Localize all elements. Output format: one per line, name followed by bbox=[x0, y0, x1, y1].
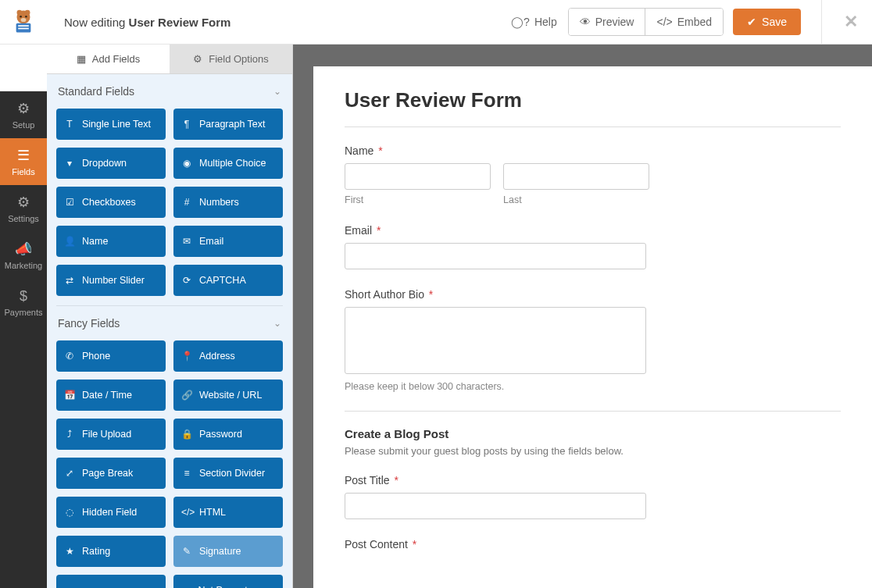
field-type-checkboxes[interactable]: ☑Checkboxes bbox=[56, 187, 166, 218]
email-input[interactable] bbox=[345, 243, 646, 269]
dropdown-icon: ▾ bbox=[64, 158, 75, 169]
preview-embed-group: 👁 Preview </> Embed bbox=[568, 8, 724, 36]
section-standard-fields[interactable]: Standard Fields ⌄ bbox=[56, 74, 283, 105]
field-type-file-upload[interactable]: ⤴File Upload bbox=[56, 419, 166, 450]
field-type-captcha[interactable]: ⟳CAPTCHA bbox=[173, 265, 283, 296]
field-type-name[interactable]: 👤Name bbox=[56, 226, 166, 257]
check-icon: ✔ bbox=[747, 16, 756, 28]
nav-blank bbox=[0, 45, 47, 91]
preview-button[interactable]: 👁 Preview bbox=[569, 9, 645, 35]
field-type-html[interactable]: </>HTML bbox=[173, 497, 283, 528]
nav-fields[interactable]: ☰Fields bbox=[0, 138, 47, 185]
date-time-icon: 📅 bbox=[64, 390, 75, 401]
single-line-text-icon: T bbox=[64, 119, 75, 130]
file-upload-icon: ⤴ bbox=[64, 429, 75, 440]
nav-payments[interactable]: $Payments bbox=[0, 279, 47, 326]
tab-field-options[interactable]: ⚙ Field Options bbox=[170, 45, 292, 73]
field-email[interactable]: Email * bbox=[345, 224, 841, 269]
svg-rect-7 bbox=[18, 25, 29, 27]
embed-button[interactable]: </> Embed bbox=[645, 9, 723, 35]
field-type-signature[interactable]: ✎Signature bbox=[173, 536, 283, 567]
number-slider-icon: ⇄ bbox=[64, 275, 75, 286]
name-first-input[interactable] bbox=[345, 163, 491, 190]
field-type-date-time[interactable]: 📅Date / Time bbox=[56, 380, 166, 411]
field-type-likert-scale[interactable]: ☷Likert Scale bbox=[56, 575, 166, 588]
logo bbox=[0, 0, 47, 45]
grid-icon: ▦ bbox=[77, 53, 86, 65]
svg-point-1 bbox=[17, 10, 23, 16]
section-fancy-fields[interactable]: Fancy Fields ⌄ bbox=[56, 306, 283, 337]
rating-icon: ★ bbox=[64, 546, 75, 557]
html-icon: </> bbox=[181, 507, 192, 518]
chevron-down-icon: ⌄ bbox=[273, 86, 281, 97]
svg-point-3 bbox=[20, 16, 22, 18]
name-last-input[interactable] bbox=[503, 163, 649, 190]
field-post-title[interactable]: Post Title * bbox=[345, 474, 841, 519]
field-type-email[interactable]: ✉Email bbox=[173, 226, 283, 257]
svg-point-5 bbox=[21, 18, 27, 22]
save-button[interactable]: ✔ Save bbox=[733, 9, 801, 35]
paragraph-text-icon: ¶ bbox=[181, 119, 192, 130]
chevron-down-icon: ⌄ bbox=[273, 318, 281, 329]
icon-nav: ⚙Setup ☰Fields ⚙Settings 📣Marketing $Pay… bbox=[0, 45, 47, 588]
nav-setup[interactable]: ⚙Setup bbox=[0, 91, 47, 138]
field-type-single-line-text[interactable]: TSingle Line Text bbox=[56, 109, 166, 140]
fields-panel: ▦ Add Fields ⚙ Field Options Standard Fi… bbox=[47, 45, 293, 588]
field-type-rating[interactable]: ★Rating bbox=[56, 536, 166, 567]
hidden-field-icon: ◌ bbox=[64, 507, 75, 518]
address-icon: 📍 bbox=[181, 351, 192, 362]
checkboxes-icon: ☑ bbox=[64, 197, 75, 208]
field-type-page-break[interactable]: ⤢Page Break bbox=[56, 458, 166, 489]
captcha-icon: ⟳ bbox=[181, 275, 192, 286]
field-name[interactable]: Name * First Last bbox=[345, 144, 841, 205]
field-type-number-slider[interactable]: ⇄Number Slider bbox=[56, 265, 166, 296]
code-icon: </> bbox=[656, 16, 672, 28]
website-url-icon: 🔗 bbox=[181, 390, 192, 401]
field-short-author-bio[interactable]: Short Author Bio * Please keep it below … bbox=[345, 288, 841, 392]
section-desc: Please submit your guest blog posts by u… bbox=[345, 445, 841, 457]
help-icon: ◯? bbox=[511, 16, 530, 28]
field-type-paragraph-text[interactable]: ¶Paragraph Text bbox=[173, 109, 283, 140]
svg-rect-8 bbox=[18, 28, 29, 30]
nav-settings[interactable]: ⚙Settings bbox=[0, 185, 47, 232]
svg-point-2 bbox=[25, 10, 30, 16]
sublabel-first: First bbox=[345, 194, 491, 205]
field-type-net-promoter-score[interactable]: ☺Net Promoter Score bbox=[173, 575, 283, 588]
post-title-input[interactable] bbox=[345, 493, 646, 519]
field-post-content[interactable]: Post Content * bbox=[345, 538, 841, 551]
sublabel-last: Last bbox=[503, 194, 649, 205]
help-link[interactable]: ◯? Help bbox=[511, 16, 557, 28]
svg-point-4 bbox=[25, 16, 27, 18]
nav-marketing[interactable]: 📣Marketing bbox=[0, 232, 47, 279]
megaphone-icon: 📣 bbox=[15, 241, 32, 258]
page-break-icon: ⤢ bbox=[64, 468, 75, 479]
multiple-choice-icon: ◉ bbox=[181, 158, 192, 169]
phone-icon: ✆ bbox=[64, 351, 75, 362]
signature-icon: ✎ bbox=[181, 546, 192, 557]
dollar-icon: $ bbox=[20, 288, 27, 305]
field-type-website-url[interactable]: 🔗Website / URL bbox=[173, 380, 283, 411]
section-title: Create a Blog Post bbox=[345, 427, 841, 440]
close-icon[interactable]: ✕ bbox=[844, 12, 858, 32]
list-icon: ☰ bbox=[17, 147, 30, 164]
field-type-dropdown[interactable]: ▾Dropdown bbox=[56, 148, 166, 179]
field-type-phone[interactable]: ✆Phone bbox=[56, 340, 166, 372]
bio-textarea[interactable] bbox=[345, 307, 646, 374]
password-icon: 🔒 bbox=[181, 429, 192, 440]
field-type-numbers[interactable]: #Numbers bbox=[173, 187, 283, 218]
form-canvas[interactable]: User Review Form Name * First Last bbox=[313, 66, 872, 588]
field-type-hidden-field[interactable]: ◌Hidden Field bbox=[56, 497, 166, 528]
section-divider-icon: ≡ bbox=[181, 468, 192, 479]
email-icon: ✉ bbox=[181, 236, 192, 247]
tab-add-fields[interactable]: ▦ Add Fields bbox=[47, 45, 170, 73]
canvas-wrap: User Review Form Name * First Last bbox=[293, 45, 872, 588]
field-type-address[interactable]: 📍Address bbox=[173, 340, 283, 372]
form-title: User Review Form bbox=[345, 88, 841, 127]
field-type-multiple-choice[interactable]: ◉Multiple Choice bbox=[173, 148, 283, 179]
sliders-icon: ⚙ bbox=[193, 53, 202, 65]
eye-icon: 👁 bbox=[580, 16, 591, 28]
bio-hint: Please keep it below 300 characters. bbox=[345, 381, 841, 392]
topbar: Now editing User Review Form ◯? Help 👁 P… bbox=[0, 0, 872, 45]
field-type-password[interactable]: 🔒Password bbox=[173, 419, 283, 450]
field-type-section-divider[interactable]: ≡Section Divider bbox=[173, 458, 283, 489]
